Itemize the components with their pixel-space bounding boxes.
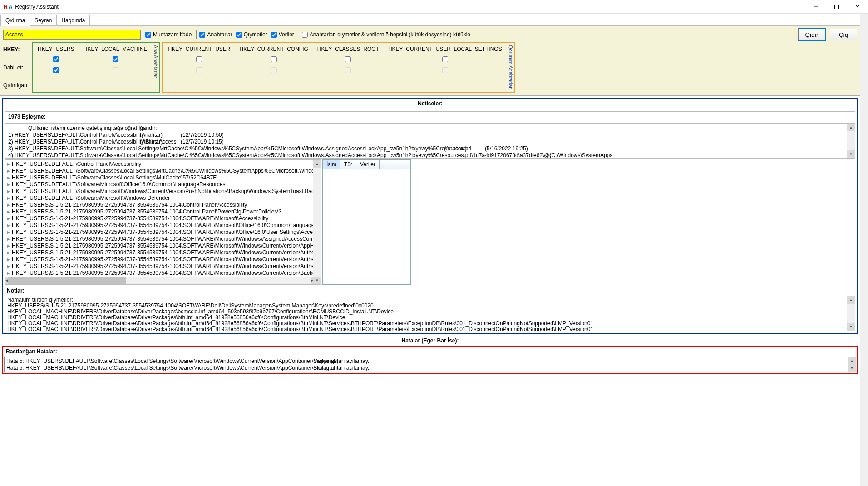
- main-tabs: Qıdırma Seyran Haqqında: [0, 14, 860, 26]
- tree-item[interactable]: ▸HKEY_USERS\.DEFAULT\Software\Microsoft\…: [7, 188, 319, 195]
- tree-item[interactable]: ▸HKEY_USERS\.DEFAULT\Software\Microsoft\…: [7, 181, 319, 188]
- hkey-col-hkey_users: HKEY_USERS: [33, 43, 79, 92]
- tab-about[interactable]: Haqqında: [56, 15, 90, 25]
- matches-list[interactable]: Qullanıcı istemi üzerine qatetiş inqıtağ…: [5, 123, 855, 159]
- include-check[interactable]: [345, 56, 351, 62]
- keys-checkbox[interactable]: Anahtarlar: [199, 31, 232, 38]
- hkey-col-hkey_classes_root: HKEY_CLASSES_ROOT: [313, 43, 384, 92]
- regex-checkbox[interactable]: Muntazam ifade: [145, 31, 192, 38]
- tree-item[interactable]: ▸HKEY_USERS\.DEFAULT\Software\Microsoft\…: [7, 195, 319, 202]
- searched-check[interactable]: [53, 67, 59, 73]
- tree-item[interactable]: ▸HKEY_USERS\.DEFAULT\Software\Classes\Lo…: [7, 174, 319, 181]
- searched-check[interactable]: [442, 67, 448, 73]
- notes-scrollbar[interactable]: ▲▼: [847, 296, 855, 331]
- tree-item[interactable]: ▸HKEY_USERS\S-1-5-21-2175980995-27259947…: [7, 256, 319, 263]
- search-input[interactable]: [3, 30, 141, 40]
- tree-item[interactable]: ▸HKEY_USERS\S-1-5-21-2175980995-27259947…: [7, 236, 319, 243]
- tree-item[interactable]: ▸HKEY_USERS\S-1-5-21-2175980995-27259947…: [7, 215, 319, 222]
- tree-item[interactable]: ▸HKEY_USERS\S-1-5-21-2175980995-27259947…: [7, 208, 319, 215]
- app-logo-r: R: [4, 4, 8, 10]
- window-scrollbar[interactable]: [860, 14, 868, 486]
- grid-col-name[interactable]: İsim: [323, 160, 340, 169]
- hkey-main-label: Ana Anahtarlar: [152, 43, 159, 92]
- tree-item[interactable]: ▸HKEY_USERS\S-1-5-21-2175980995-27259947…: [7, 243, 319, 249]
- note-line: HKEY_LOCAL_MACHINE\DRIVERS\DriverDatabas…: [7, 327, 853, 331]
- data-checkbox[interactable]: Veriler: [271, 31, 294, 38]
- logall-checkbox[interactable]: Anahtarlar, qıymetler & verilerniñ hepsi…: [302, 31, 470, 38]
- values-checkbox[interactable]: Qıymetler: [236, 31, 267, 38]
- tree-item[interactable]: ▸HKEY_USERS\S-1-5-21-2175980995-27259947…: [7, 229, 319, 236]
- matches-scrollbar[interactable]: ▲▼: [847, 124, 855, 158]
- tree-item[interactable]: ▸HKEY_USERS\S-1-5-21-2175980995-27259947…: [7, 270, 319, 277]
- tab-browse[interactable]: Seyran: [30, 15, 57, 25]
- include-check[interactable]: [113, 56, 118, 62]
- searched-check[interactable]: [345, 67, 351, 73]
- hkey-col-hkey_current_config: HKEY_CURRENT_CONFIG: [235, 43, 312, 92]
- searched-check[interactable]: [271, 67, 277, 73]
- hkey-col-hkey_current_user_local_settings: HKEY_CURRENT_USER_LOCAL_SETTINGS: [384, 43, 507, 92]
- hkey-prot-label: Qorunım Anahtarları: [507, 43, 514, 92]
- match-row[interactable]: 3) HKEY_USERS\.DEFAULT\Software\Classes\…: [8, 145, 852, 152]
- close-button[interactable]: [847, 0, 868, 14]
- hkey-prot-box: HKEY_CURRENT_USERHKEY_CURRENT_CONFIGHKEY…: [162, 42, 515, 93]
- match-row[interactable]: 4) HKEY_USERS\.DEFAULT\Software\Classes\…: [8, 152, 852, 159]
- search-button[interactable]: Qıdır: [798, 29, 825, 40]
- minimize-button[interactable]: [805, 0, 826, 14]
- include-check[interactable]: [53, 56, 59, 62]
- abort-line: Qullanıcı istemi üzerine qatetiş inqıtağ…: [8, 125, 852, 132]
- notes-title: Notlar:: [4, 286, 856, 296]
- titlebar: R A Registry Assistant: [0, 0, 868, 14]
- match-row[interactable]: 1) HKEY_USERS\.DEFAULT\Control Panel\Acc…: [8, 132, 852, 139]
- tree-item[interactable]: ▸HKEY_USERS\.DEFAULT\Control Panel\Acces…: [7, 161, 319, 168]
- hkey-main-box: HKEY_USERSHKEY_LOCAL_MACHINE Ana Anahtar…: [32, 42, 160, 93]
- window-title: Registry Assistant: [15, 4, 58, 10]
- include-check[interactable]: [442, 56, 448, 62]
- errors-scrollbar[interactable]: ▲▼: [848, 357, 856, 372]
- errors-header: Rastlanğan Hatalar:: [3, 347, 857, 357]
- errors-box: Rastlanğan Hatalar: Hata 5: HKEY_USERS\.…: [2, 346, 858, 374]
- errors-body[interactable]: Hata 5: HKEY_USERS\.DEFAULT\Software\Cla…: [4, 357, 856, 372]
- svg-rect-1: [835, 5, 839, 9]
- error-row: Hata 5: HKEY_USERS\.DEFAULT\Software\Cla…: [6, 358, 854, 365]
- errors-title: Hatalar (Eger Bar İse):: [0, 336, 860, 346]
- searched-check[interactable]: [113, 67, 118, 73]
- maximize-button[interactable]: [826, 0, 847, 14]
- hkey-col-hkey_local_machine: HKEY_LOCAL_MACHINE: [79, 43, 152, 92]
- results-title: Neticeler:: [2, 98, 858, 109]
- results-body: 1973 Eşleşme: Qullanıcı istemi üzerine q…: [2, 109, 858, 334]
- values-grid[interactable]: İsim Tür Veriler: [322, 159, 411, 285]
- search-scope-group: Anahtarlar Qıymetler Veriler: [196, 30, 297, 39]
- match-row[interactable]: 2) HKEY_USERS\.DEFAULT\Control Panel\Acc…: [8, 139, 852, 145]
- include-check[interactable]: [196, 56, 202, 62]
- tree-item[interactable]: ▸HKEY_USERS\S-1-5-21-2175980995-27259947…: [7, 249, 319, 256]
- grid-col-type[interactable]: Tür: [340, 160, 356, 169]
- notes-body[interactable]: Namalüm türden qıymetler: HKEY_USERS\S-1…: [5, 296, 855, 331]
- app-logo-a: A: [9, 4, 13, 10]
- match-count: 1973 Eşleşme:: [5, 111, 855, 122]
- tree-panel[interactable]: ▸HKEY_USERS\.DEFAULT\Control Panel\Acces…: [5, 159, 321, 285]
- grid-col-data[interactable]: Veriler: [356, 160, 380, 169]
- error-row: Hata 5: HKEY_USERS\.DEFAULT\Software\Cla…: [6, 365, 854, 372]
- searched-check[interactable]: [196, 67, 202, 73]
- tab-search[interactable]: Qıdırma: [0, 15, 30, 25]
- tree-h-scrollbar[interactable]: ◀▶: [5, 277, 313, 284]
- tree-item[interactable]: ▸HKEY_USERS\S-1-5-21-2175980995-27259947…: [7, 202, 319, 208]
- include-check[interactable]: [271, 56, 277, 62]
- hkey-row-labels: HKEY: Dahil et: Qıdırılğan:: [3, 42, 32, 93]
- tree-v-scrollbar[interactable]: ▲▼: [313, 160, 321, 284]
- tree-item[interactable]: ▸HKEY_USERS\S-1-5-21-2175980995-27259947…: [7, 222, 319, 229]
- tree-item[interactable]: ▸HKEY_USERS\S-1-5-21-2175980995-27259947…: [7, 263, 319, 270]
- hkey-col-hkey_current_user: HKEY_CURRENT_USER: [163, 43, 235, 92]
- search-panel: Muntazam ifade Anahtarlar Qıymetler Veri…: [0, 26, 860, 96]
- exit-button[interactable]: Çıq: [830, 29, 857, 40]
- tree-item[interactable]: ▸HKEY_USERS\.DEFAULT\Software\Classes\Lo…: [7, 168, 319, 174]
